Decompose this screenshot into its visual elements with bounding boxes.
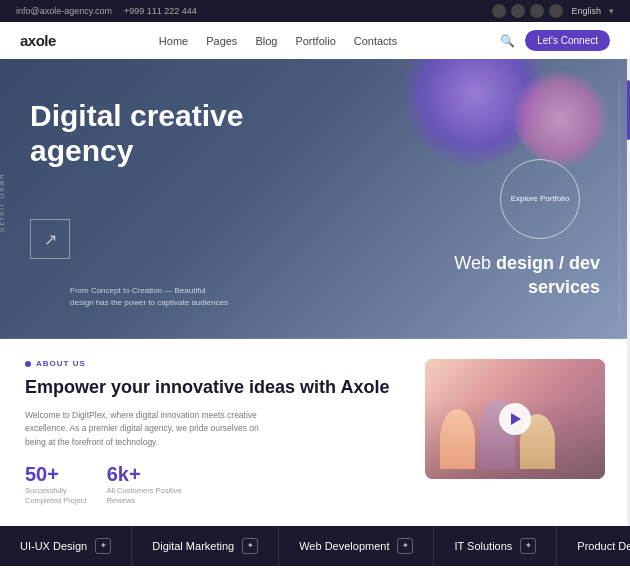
- hero-description: From Concept to Creation — Beautiful des…: [70, 285, 230, 309]
- marketing-icon: ✦: [242, 538, 258, 554]
- about-right: [425, 359, 605, 479]
- about-description: Welcome to DigitPlex, where digital inno…: [25, 409, 265, 450]
- stat-reviews-label: All Customers PositiveReviews: [107, 486, 182, 506]
- phone-link[interactable]: +999 111 222 444: [124, 6, 197, 16]
- about-tag: ABOUT US: [25, 359, 405, 368]
- search-icon[interactable]: 🔍: [500, 34, 515, 48]
- product-label: Product Design: [577, 540, 630, 552]
- ticker-inner: UI-UX Design ✦ Digital Marketing ✦ Web D…: [0, 526, 630, 566]
- stat-projects-number: 50+: [25, 463, 87, 486]
- about-title: Empower your innovative ideas with Axole: [25, 376, 405, 399]
- language-chevron-icon: ▾: [609, 6, 614, 16]
- person1: [440, 409, 475, 469]
- hero-blob2: [510, 69, 610, 169]
- ticker-item-marketing: Digital Marketing ✦: [132, 526, 278, 566]
- nav-right: 🔍 Let's Connect: [500, 30, 610, 51]
- ticker-item-uiux: UI-UX Design ✦: [0, 526, 131, 566]
- ticker-item-product: Product Design: [557, 526, 630, 566]
- nav-portfolio[interactable]: Portfolio: [295, 35, 335, 47]
- webdev-label: Web Development: [299, 540, 389, 552]
- hero-bottom-line: [0, 338, 630, 339]
- it-label: IT Solutions: [454, 540, 512, 552]
- hero-arrow-icon: ↗: [30, 219, 70, 259]
- about-tag-dot: [25, 361, 31, 367]
- ticker-item-webdev: Web Development ✦: [279, 526, 433, 566]
- hero-services-line1-light: Web: [454, 253, 496, 273]
- instagram-icon[interactable]: [511, 4, 525, 18]
- top-bar-left: info@axole-agency.com +999 111 222 444: [16, 6, 197, 16]
- scroll-down-label: Scroll Down: [0, 173, 5, 232]
- language-selector[interactable]: English: [571, 6, 601, 16]
- play-button[interactable]: [499, 403, 531, 435]
- connect-button[interactable]: Let's Connect: [525, 30, 610, 51]
- nav-home[interactable]: Home: [159, 35, 188, 47]
- top-bar: info@axole-agency.com +999 111 222 444 E…: [0, 0, 630, 22]
- uiux-label: UI-UX Design: [20, 540, 87, 552]
- it-icon: ✦: [520, 538, 536, 554]
- uiux-icon: ✦: [95, 538, 111, 554]
- email-link[interactable]: info@axole-agency.com: [16, 6, 112, 16]
- social-icons: [492, 4, 563, 18]
- stat-projects-label: SuccessfullyCompleted Project: [25, 486, 87, 506]
- video-thumbnail[interactable]: [425, 359, 605, 479]
- ticker-bar: UI-UX Design ✦ Digital Marketing ✦ Web D…: [0, 526, 630, 566]
- nav-blog[interactable]: Blog: [255, 35, 277, 47]
- stat-projects: 50+ SuccessfullyCompleted Project: [25, 463, 87, 506]
- nav-pages[interactable]: Pages: [206, 35, 237, 47]
- webdev-icon: ✦: [397, 538, 413, 554]
- hero-title: Digital creative agency: [30, 99, 350, 168]
- logo[interactable]: axole: [20, 32, 56, 49]
- navbar: axole Home Pages Blog Portfolio Contacts…: [0, 22, 630, 59]
- hero-services-line2: services: [454, 276, 600, 299]
- nav-contacts[interactable]: Contacts: [354, 35, 397, 47]
- stat-reviews: 6k+ All Customers PositiveReviews: [107, 463, 182, 506]
- hero-services-line1-bold: design / dev: [496, 253, 600, 273]
- stat-reviews-number: 6k+: [107, 463, 182, 486]
- linkedin-icon[interactable]: [530, 4, 544, 18]
- explore-portfolio-button[interactable]: Explore Portfolio: [500, 159, 580, 239]
- twitter-icon[interactable]: [549, 4, 563, 18]
- explore-label: Explore Portfolio: [511, 194, 570, 204]
- marketing-label: Digital Marketing: [152, 540, 234, 552]
- stats-row: 50+ SuccessfullyCompleted Project 6k+ Al…: [25, 463, 405, 506]
- play-icon: [511, 413, 521, 425]
- about-left: ABOUT US Empower your innovative ideas w…: [25, 359, 405, 506]
- about-section: ABOUT US Empower your innovative ideas w…: [0, 339, 630, 526]
- nav-menu: Home Pages Blog Portfolio Contacts: [159, 35, 397, 47]
- hero-divider: [619, 79, 620, 319]
- facebook-icon[interactable]: [492, 4, 506, 18]
- about-tag-text: ABOUT US: [36, 359, 86, 368]
- hero-services: Web design / dev services: [454, 252, 600, 299]
- hero-section: Scroll Down Digital creative agency Expl…: [0, 59, 630, 339]
- ticker-item-it: IT Solutions ✦: [434, 526, 556, 566]
- top-bar-right: English ▾: [492, 4, 614, 18]
